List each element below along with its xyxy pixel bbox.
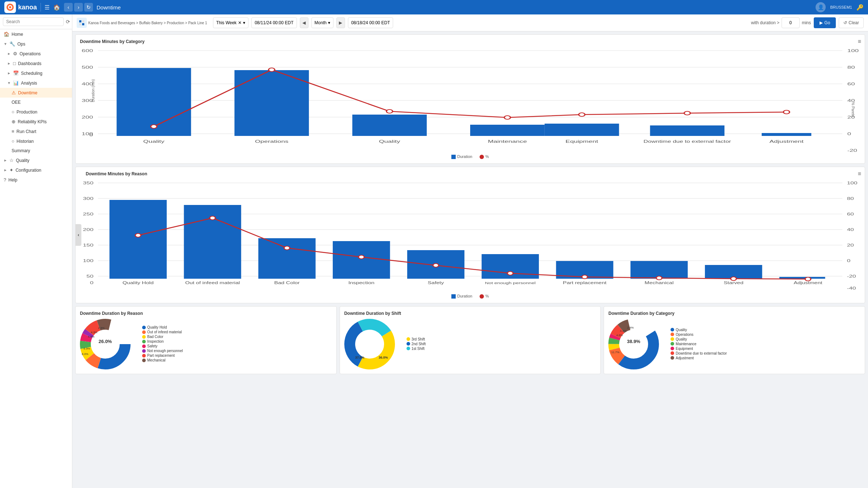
sidebar-item-ops[interactable]: ▼ 🔧 Ops	[0, 39, 72, 49]
collapse-panel-button[interactable]: ‹	[76, 224, 81, 246]
svg-text:Out of infeed material: Out of infeed material	[185, 281, 240, 285]
expand-icon: ►	[4, 158, 7, 162]
svg-point-81	[731, 277, 736, 281]
config-icon: ✦	[9, 167, 13, 173]
sidebar-item-downtime[interactable]: ⚠ Downtime	[0, 88, 72, 98]
duration-unit: mins	[802, 20, 811, 25]
sidebar-item-quality[interactable]: ► ☆ Quality	[0, 155, 72, 165]
search-box: ⟳	[0, 14, 72, 29]
svg-text:250: 250	[83, 212, 93, 216]
sidebar-item-production[interactable]: ○ Production	[0, 107, 72, 117]
date-end-input[interactable]: 08/18/24 00:00 EDT	[348, 17, 393, 28]
go-button[interactable]: ▶ Go	[814, 17, 836, 28]
pie-category-title: Downtime Duration by Category	[608, 311, 860, 316]
ops-icon: 🔧	[9, 41, 15, 47]
sidebar-item-label: Home	[12, 32, 23, 37]
svg-text:Quality Hold: Quality Hold	[123, 281, 154, 285]
sidebar-item-scheduling[interactable]: ► 📅 Scheduling	[0, 68, 72, 78]
svg-text:80: 80	[847, 196, 854, 201]
expand-icon: ►	[7, 71, 11, 75]
sidebar-item-label: Quality	[16, 158, 29, 163]
sidebar-item-label: Ops	[17, 42, 25, 47]
svg-text:Equipment: Equipment	[566, 139, 599, 144]
sidebar: ⟳ 🏠 Home ▼ 🔧 Ops ► ⚙ Operations ► □ Dash…	[0, 14, 72, 488]
svg-point-27	[151, 125, 157, 128]
date-start-input[interactable]: 08/11/24 00:00 EDT	[251, 17, 297, 28]
svg-text:500: 500	[82, 65, 93, 69]
time-range-select[interactable]: This Week ✕ ▾	[213, 17, 248, 28]
svg-text:Adjustment: Adjustment	[793, 281, 822, 285]
pie-category-legend: Quality Operations Quality Maintenance E…	[671, 328, 727, 361]
sidebar-item-historian[interactable]: ○ Historian	[0, 136, 72, 146]
period-next-button[interactable]: ▶	[336, 17, 345, 28]
back-button[interactable]: ‹	[64, 3, 73, 12]
svg-rect-3	[79, 20, 81, 22]
scheduling-icon: 📅	[13, 70, 19, 76]
search-input[interactable]	[3, 17, 64, 26]
chart-menu-icon[interactable]: ≡	[858, 38, 861, 45]
topbar-right: 👤 BRUSSEM1 🔑	[816, 2, 864, 12]
sidebar-item-label: Scheduling	[21, 71, 42, 76]
operations-icon: ⚙	[13, 51, 17, 56]
svg-text:600: 600	[82, 48, 93, 53]
svg-point-32	[684, 111, 690, 115]
pie-shift-legend: 3rd Shift 2nd Shift 1st Shift	[407, 337, 426, 351]
svg-point-79	[582, 275, 588, 279]
sidebar-item-help[interactable]: ? Help	[0, 175, 72, 185]
svg-point-31	[579, 113, 585, 116]
chart-menu-icon[interactable]: ≡	[858, 171, 861, 177]
sidebar-item-label: Dashboards	[18, 61, 42, 66]
svg-text:Mechanical: Mechanical	[644, 281, 673, 285]
sidebar-item-analysis[interactable]: ▼ 📊 Analysis	[0, 78, 72, 88]
period-prev-button[interactable]: ◀	[300, 17, 309, 28]
user-name: BRUSSEM1	[830, 5, 852, 9]
sidebar-item-oee[interactable]: OEE	[0, 98, 72, 107]
period-select[interactable]: Month ▾	[311, 17, 333, 28]
svg-text:Starved: Starved	[724, 281, 744, 285]
expand-icon: ►	[7, 61, 11, 65]
duration-input[interactable]	[782, 17, 800, 28]
pie-reason-svg: 26.0% 4.6% 4.3% 2.8% 6.9% 8.0%	[80, 319, 138, 369]
clear-icon: ↺	[843, 20, 847, 25]
logo-icon	[4, 1, 16, 13]
chart-category-title: Downtime Minutes by Category	[80, 39, 860, 44]
pie-reason-legend: Quality Hold Out of infeed material Bad …	[142, 325, 183, 363]
svg-text:4.3%: 4.3%	[91, 331, 97, 334]
sidebar-item-summary[interactable]: Summary	[0, 146, 72, 155]
clear-button[interactable]: ↺ Clear	[839, 17, 864, 28]
production-icon: ○	[12, 109, 14, 115]
svg-point-129	[621, 331, 646, 357]
sidebar-item-operations[interactable]: ► ⚙ Operations	[0, 49, 72, 59]
pie-category-svg: 38.9% 4.6% 4.3% 2.8% 11.7%	[608, 319, 666, 369]
sidebar-item-dashboards[interactable]: ► □ Dashboards	[0, 59, 72, 68]
svg-rect-63	[110, 200, 167, 279]
sidebar-item-runchart[interactable]: ≡ Run Chart	[0, 127, 72, 136]
svg-text:0: 0	[847, 258, 851, 263]
svg-text:Operations: Operations	[255, 139, 289, 144]
svg-point-33	[783, 110, 790, 114]
svg-text:350: 350	[83, 181, 93, 185]
svg-point-78	[507, 271, 513, 275]
svg-text:Quality: Quality	[379, 139, 400, 144]
user-avatar[interactable]: 👤	[816, 2, 826, 12]
pie-shift-title: Downtime Duration by Shift	[344, 311, 596, 316]
svg-text:Bad Color: Bad Color	[274, 281, 300, 285]
svg-text:0: 0	[90, 281, 94, 285]
sidebar-item-label: Summary	[12, 148, 30, 153]
breadcrumb: Kanoa Foods and Beverages > Buffalo Bake…	[88, 21, 207, 25]
svg-text:60: 60	[847, 82, 855, 86]
svg-text:36.0%: 36.0%	[379, 356, 388, 359]
sidebar-item-reliability[interactable]: ⊕ Reliability KPIs	[0, 117, 72, 127]
login-icon[interactable]: 🔑	[856, 4, 864, 11]
refresh-icon[interactable]: ⟳	[66, 19, 70, 25]
svg-text:Adjustment: Adjustment	[769, 139, 804, 144]
forward-button[interactable]: ›	[74, 3, 83, 12]
home-icon[interactable]: 🏠	[53, 4, 60, 11]
sidebar-item-configuration[interactable]: ► ✦ Configuration	[0, 165, 72, 175]
pie-reason-content: 26.0% 4.6% 4.3% 2.8% 6.9% 8.0% Quality H…	[80, 319, 332, 369]
refresh-button[interactable]: ↻	[84, 3, 93, 12]
runchart-icon: ≡	[12, 129, 14, 134]
sidebar-item-home[interactable]: 🏠 Home	[0, 29, 72, 39]
menu-icon[interactable]: ☰	[44, 4, 50, 11]
svg-rect-23	[470, 125, 545, 136]
